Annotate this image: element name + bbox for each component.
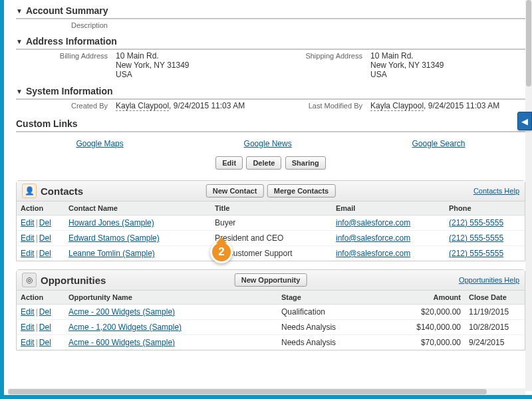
section-header[interactable]: ▼ System Information	[16, 84, 525, 100]
row-del-link[interactable]: Del	[39, 218, 51, 227]
contact-phone-link[interactable]: (212) 555-5555	[449, 218, 503, 227]
callout-number: 2	[218, 245, 224, 259]
th-stage: Stage	[277, 291, 398, 305]
opportunity-name-link[interactable]: Acme - 600 Widgets (Sample)	[68, 338, 175, 347]
opportunity-amount: $20,000.00	[398, 305, 465, 320]
modified-by-user-link[interactable]: Kayla Claypool	[370, 101, 424, 111]
contacts-table: Action Contact Name Title Email Phone Ed…	[17, 201, 525, 261]
opportunity-close-date: 10/28/2015	[465, 320, 525, 335]
section-header[interactable]: ▼ Address Information	[16, 35, 525, 50]
related-list-title: Contacts	[41, 186, 83, 197]
row-edit-link[interactable]: Edit	[21, 218, 35, 227]
field-value-modified-by: Kayla Claypool, 9/24/2015 11:03 AM	[370, 101, 499, 110]
merge-contacts-button[interactable]: Merge Contacts	[267, 184, 336, 198]
vertical-scrollbar[interactable]	[525, 0, 532, 391]
collapse-icon: ▼	[16, 38, 23, 45]
th-action: Action	[17, 291, 65, 305]
related-list-opportunities: ◎ Opportunities New Opportunity Opportun…	[16, 269, 525, 350]
table-row: Edit|DelAcme - 1,200 Widgets (Sample)Nee…	[17, 320, 525, 335]
sharing-button[interactable]: Sharing	[285, 156, 326, 170]
th-phone: Phone	[445, 201, 525, 215]
contact-title: Buyer	[211, 215, 332, 231]
th-email: Email	[332, 201, 445, 215]
opportunity-amount: $140,000.00	[398, 320, 465, 335]
contact-email-link[interactable]: info@salesforce.com	[336, 218, 410, 227]
section-title: System Information	[26, 86, 113, 96]
custom-link-google-search[interactable]: Google Search	[412, 139, 465, 148]
opportunity-close-date: 11/19/2015	[465, 305, 525, 320]
opportunities-help-link[interactable]: Opportunities Help	[459, 276, 519, 284]
delete-button[interactable]: Delete	[246, 156, 281, 170]
custom-link-google-news[interactable]: Google News	[244, 139, 292, 148]
scroll-thumb[interactable]	[526, 0, 531, 86]
row-edit-link[interactable]: Edit	[21, 338, 35, 347]
th-contact-name: Contact Name	[65, 201, 211, 215]
th-opportunity-name: Opportunity Name	[65, 291, 277, 305]
section-address-information: ▼ Address Information Billing Address 10…	[16, 35, 525, 80]
new-opportunity-button[interactable]: New Opportunity	[235, 273, 307, 287]
table-row: Edit|DelHoward Jones (Sample)Buyerinfo@s…	[17, 215, 525, 231]
section-title: Custom Links	[16, 116, 525, 132]
th-close-date: Close Date	[465, 291, 525, 305]
contact-name-link[interactable]: Howard Jones (Sample)	[68, 218, 154, 227]
row-edit-link[interactable]: Edit	[21, 249, 35, 258]
field-label-shipping-address: Shipping Address	[271, 51, 370, 79]
contacts-icon: 👤	[22, 184, 37, 198]
field-value-created-by: Kayla Claypool, 9/24/2015 11:03 AM	[116, 101, 245, 110]
contact-phone-link[interactable]: (212) 555-5555	[449, 249, 503, 258]
row-del-link[interactable]: Del	[39, 233, 51, 243]
contact-email-link[interactable]: info@salesforce.com	[336, 249, 410, 258]
opportunity-stage: Needs Analysis	[277, 335, 398, 350]
opportunity-name-link[interactable]: Acme - 1,200 Widgets (Sample)	[68, 323, 182, 332]
opportunity-name-link[interactable]: Acme - 200 Widgets (Sample)	[68, 307, 175, 317]
field-value-billing-address: 10 Main Rd. New York, NY 31349 USA	[116, 51, 190, 79]
table-row: Edit|DelEdward Stamos (Sample)President …	[17, 231, 525, 246]
section-header[interactable]: ▼ Account Summary	[16, 4, 525, 19]
custom-link-google-maps[interactable]: Google Maps	[76, 139, 123, 148]
row-edit-link[interactable]: Edit	[21, 233, 35, 243]
table-row: Edit|DelAcme - 200 Widgets (Sample)Quali…	[17, 305, 525, 320]
opportunities-table: Action Opportunity Name Stage Amount Clo…	[17, 291, 525, 350]
th-amount: Amount	[398, 291, 465, 305]
row-edit-link[interactable]: Edit	[21, 307, 35, 317]
field-label-modified-by: Last Modified By	[271, 101, 370, 110]
contact-email-link[interactable]: info@salesforce.com	[336, 233, 410, 243]
row-del-link[interactable]: Del	[39, 323, 51, 332]
contact-name-link[interactable]: Edward Stamos (Sample)	[68, 233, 160, 243]
row-del-link[interactable]: Del	[39, 249, 51, 258]
row-del-link[interactable]: Del	[39, 307, 51, 317]
th-action: Action	[17, 201, 65, 215]
th-title: Title	[211, 201, 332, 215]
section-account-summary: ▼ Account Summary Description	[16, 4, 525, 31]
related-list-title: Opportunities	[41, 275, 106, 286]
contact-name-link[interactable]: Leanne Tomlin (Sample)	[68, 249, 155, 258]
row-edit-link[interactable]: Edit	[21, 323, 35, 332]
created-by-user-link[interactable]: Kayla Claypool	[116, 101, 169, 111]
field-label-description: Description	[16, 21, 116, 29]
side-panel-toggle[interactable]: ◀	[517, 112, 532, 130]
opportunities-icon: ◎	[22, 273, 37, 287]
section-title: Address Information	[26, 36, 117, 47]
row-del-link[interactable]: Del	[39, 338, 51, 347]
collapse-icon: ▼	[16, 88, 23, 95]
field-label-created-by: Created By	[16, 101, 116, 110]
opportunity-amount: $70,000.00	[398, 335, 465, 350]
field-label-billing-address: Billing Address	[16, 51, 116, 79]
table-row: Edit|DelLeanne Tomlin (Sample)VP Custome…	[17, 246, 525, 261]
section-system-information: ▼ System Information Created By Kayla Cl…	[16, 84, 525, 112]
contacts-help-link[interactable]: Contacts Help	[473, 187, 519, 195]
opportunity-stage: Qualification	[277, 305, 398, 320]
section-title: Account Summary	[26, 5, 108, 16]
scroll-thumb[interactable]	[8, 389, 487, 394]
related-list-contacts: 👤 Contacts New Contact Merge Contacts Co…	[16, 180, 525, 261]
opportunity-stage: Needs Analysis	[277, 320, 398, 335]
new-contact-button[interactable]: New Contact	[206, 184, 264, 198]
opportunity-close-date: 9/24/2015	[465, 335, 525, 350]
table-row: Edit|DelAcme - 600 Widgets (Sample)Needs…	[17, 335, 525, 350]
edit-button[interactable]: Edit	[215, 156, 243, 170]
field-value-shipping-address: 10 Main Rd. New York, NY 31349 USA	[370, 51, 444, 79]
contact-phone-link[interactable]: (212) 555-5555	[449, 233, 503, 243]
callout-marker: 2	[210, 241, 233, 263]
horizontal-scrollbar[interactable]	[8, 388, 525, 395]
section-custom-links: Custom Links Google Maps Google News Goo…	[16, 116, 525, 176]
